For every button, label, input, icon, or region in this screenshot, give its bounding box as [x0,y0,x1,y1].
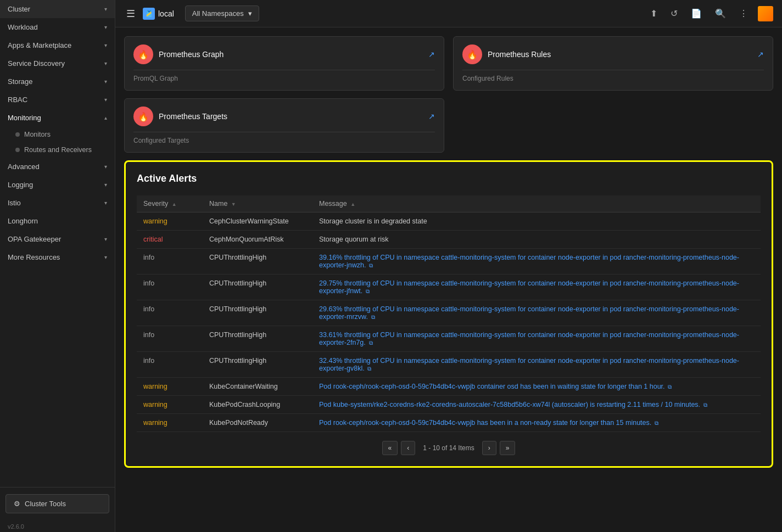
prometheus-icon: 🔥 [462,44,482,64]
main-wrapper: ☰ 🎽 local All Namespaces ▾ ⬆ ↺ 📄 🔍 ⋮ 🔥 [115,0,782,532]
severity-cell: info [137,352,203,378]
sidebar-sub-monitors[interactable]: Monitors [0,127,115,142]
card-title: Prometheus Graph [159,50,224,59]
col-severity[interactable]: Severity ▲ [137,195,203,212]
sidebar-item-logging[interactable]: Logging ▾ [0,176,115,194]
chevron-down-icon: ▾ [248,9,252,18]
alert-message-link[interactable]: 33.61% throttling of CPU in namespace ca… [319,331,739,346]
alert-message-link[interactable]: Pod rook-ceph/rook-ceph-osd-0-59c7b4db4c… [319,383,672,390]
severity-cell: info [137,275,203,300]
card-title-row: 🔥 Prometheus Rules [462,44,551,64]
search-button[interactable]: 🔍 [712,6,729,21]
message-cell[interactable]: Pod rook-ceph/rook-ceph-osd-0-59c7b4db4c… [312,414,761,432]
chevron-up-icon: ▴ [104,115,107,121]
severity-cell: warning [137,414,203,432]
message-cell[interactable]: Pod rook-ceph/rook-ceph-osd-0-59c7b4db4c… [312,378,761,396]
card-title-row: 🔥 Prometheus Graph [133,44,224,64]
card-title: Prometheus Targets [159,112,227,121]
alert-message-link[interactable]: Pod rook-ceph/rook-ceph-osd-0-59c7b4db4c… [319,419,658,427]
message-cell[interactable]: 39.16% throttling of CPU in namespace ca… [312,249,761,275]
sidebar-item-istio[interactable]: Istio ▾ [0,194,115,212]
table-row: warningKubePodCrashLoopingPod kube-syste… [137,396,761,414]
docs-button[interactable]: 📄 [688,6,705,21]
next-page-button[interactable]: › [482,441,496,455]
sort-icon: ▲ [350,201,355,207]
version-text: v2.6.0 [0,520,115,532]
sidebar-item-apps-label: Apps & Marketplace [8,41,71,49]
name-cell: CPUThrottlingHigh [203,249,312,275]
sidebar-item-more-resources[interactable]: More Resources ▾ [0,248,115,266]
first-page-button[interactable]: « [382,441,398,455]
sidebar-item-apps[interactable]: Apps & Marketplace ▾ [0,36,115,54]
card-subtitle: Configured Rules [462,75,764,82]
upload-button[interactable]: ⬆ [647,6,661,21]
chevron-down-icon: ▾ [104,79,107,85]
card-title: Prometheus Rules [488,50,551,59]
message-cell[interactable]: 32.43% throttling of CPU in namespace ca… [312,352,761,378]
alert-message-link[interactable]: Pod kube-system/rke2-coredns-rke2-coredn… [319,401,707,408]
prev-page-button[interactable]: ‹ [401,441,415,455]
sidebar-item-rbac[interactable]: RBAC ▾ [0,91,115,109]
prometheus-rules-card[interactable]: 🔥 Prometheus Rules ↗ Configured Rules [453,36,773,91]
cluster-tools-button[interactable]: ⚙ Cluster Tools [5,494,109,513]
message-cell[interactable]: 29.63% throttling of CPU in namespace ca… [312,300,761,326]
topbar: ☰ 🎽 local All Namespaces ▾ ⬆ ↺ 📄 🔍 ⋮ [115,0,782,27]
refresh-button[interactable]: ↺ [667,6,681,21]
name-cell: CPUThrottlingHigh [203,275,312,300]
last-page-button[interactable]: » [500,441,516,455]
alert-message-link[interactable]: 29.63% throttling of CPU in namespace ca… [319,305,739,321]
sort-icon: ▲ [172,201,177,207]
sidebar-item-istio-label: Istio [8,199,21,207]
severity-cell: info [137,249,203,275]
sidebar-footer: ⚙ Cluster Tools [0,487,115,520]
message-cell[interactable]: 33.61% throttling of CPU in namespace ca… [312,326,761,352]
more-button[interactable]: ⋮ [736,6,751,21]
sidebar-sub-routes-label: Routes and Receivers [24,146,92,154]
chevron-down-icon: ▾ [104,254,107,260]
sidebar-item-longhorn[interactable]: Longhorn [0,212,115,230]
alert-message-link[interactable]: 32.43% throttling of CPU in namespace ca… [319,357,739,372]
sidebar-item-monitoring[interactable]: Monitoring ▴ [0,109,115,127]
prometheus-icon: 🔥 [133,44,153,64]
external-link-icon: ⧉ [367,262,373,268]
table-row: infoCPUThrottlingHigh39.16% throttling o… [137,249,761,275]
sidebar-item-workload[interactable]: Workload ▾ [0,18,115,36]
message-cell[interactable]: Pod kube-system/rke2-coredns-rke2-coredn… [312,396,761,414]
pagination: « ‹ 1 - 10 of 14 Items › » [137,441,761,455]
gear-icon: ⚙ [14,500,20,508]
external-link-icon[interactable]: ↗ [428,112,435,121]
avatar [758,6,773,21]
chevron-down-icon: ▾ [104,97,107,103]
chevron-down-icon: ▾ [104,6,107,12]
sidebar-sub-routes-receivers[interactable]: Routes and Receivers [0,142,115,158]
external-link-icon[interactable]: ↗ [428,50,435,59]
sidebar-item-opa-label: OPA Gatekeeper [8,235,61,243]
sidebar-item-storage[interactable]: Storage ▾ [0,72,115,91]
prometheus-targets-card[interactable]: 🔥 Prometheus Targets ↗ Configured Target… [124,98,444,153]
alert-message-link[interactable]: 29.75% throttling of CPU in namespace ca… [319,279,739,295]
alerts-title: Active Alerts [137,173,761,184]
card-divider [133,70,435,70]
message-cell: Storage cluster is in degraded state [312,212,761,231]
col-message[interactable]: Message ▲ [312,195,761,212]
message-cell[interactable]: 29.75% throttling of CPU in namespace ca… [312,275,761,300]
cluster-tools-label: Cluster Tools [25,500,66,508]
severity-cell: info [137,326,203,352]
card-divider [462,70,764,70]
namespace-selector[interactable]: All Namespaces ▾ [185,5,259,21]
card-subtitle: Configured Targets [133,137,435,144]
sidebar-item-cluster[interactable]: Cluster ▾ [0,0,115,18]
sidebar-item-advanced[interactable]: Advanced ▾ [0,158,115,176]
name-cell: KubePodNotReady [203,414,312,432]
table-header-row: Severity ▲ Name ▼ Message ▲ [137,195,761,212]
sidebar-item-service-discovery[interactable]: Service Discovery ▾ [0,54,115,72]
external-link-icon: ⧉ [364,288,370,294]
alert-message-link[interactable]: 39.16% throttling of CPU in namespace ca… [319,254,739,269]
hamburger-button[interactable]: ☰ [124,5,137,22]
sidebar-item-opa[interactable]: OPA Gatekeeper ▾ [0,230,115,248]
name-cell: CPUThrottlingHigh [203,300,312,326]
col-name[interactable]: Name ▼ [203,195,312,212]
external-link-icon[interactable]: ↗ [757,50,764,59]
prometheus-graph-card[interactable]: 🔥 Prometheus Graph ↗ PromQL Graph [124,36,444,91]
dot-icon [15,148,20,152]
